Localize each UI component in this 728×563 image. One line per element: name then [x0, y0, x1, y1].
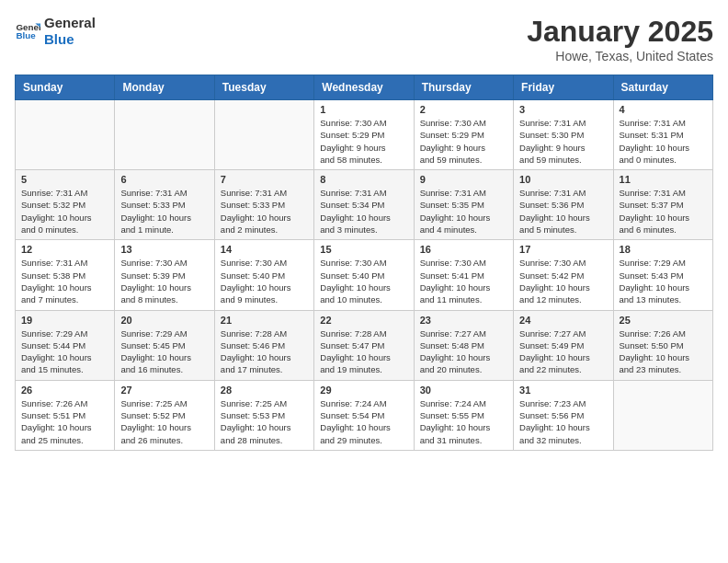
- day-number: 21: [221, 315, 308, 326]
- calendar-cell: 16Sunrise: 7:30 AM Sunset: 5:41 PM Dayli…: [414, 240, 513, 310]
- calendar-cell: [115, 100, 214, 170]
- day-number: 31: [519, 385, 607, 396]
- calendar-cell: 2Sunrise: 7:30 AM Sunset: 5:29 PM Daylig…: [414, 100, 513, 170]
- day-number: 13: [120, 244, 208, 255]
- calendar-cell: 30Sunrise: 7:24 AM Sunset: 5:55 PM Dayli…: [414, 380, 513, 450]
- calendar-cell: 4Sunrise: 7:31 AM Sunset: 5:31 PM Daylig…: [613, 100, 712, 170]
- calendar-cell: 3Sunrise: 7:31 AM Sunset: 5:30 PM Daylig…: [514, 100, 613, 170]
- day-info: Sunrise: 7:29 AM Sunset: 5:43 PM Dayligh…: [620, 257, 707, 305]
- day-info: Sunrise: 7:31 AM Sunset: 5:32 PM Dayligh…: [21, 187, 108, 236]
- weekday-header-wednesday: Wednesday: [314, 75, 414, 100]
- calendar-cell: 20Sunrise: 7:29 AM Sunset: 5:45 PM Dayli…: [115, 310, 214, 380]
- title-block: January 2025 Howe, Texas, United States: [527, 15, 713, 63]
- day-number: 1: [320, 104, 407, 115]
- day-info: Sunrise: 7:29 AM Sunset: 5:45 PM Dayligh…: [120, 327, 208, 376]
- calendar-cell: 13Sunrise: 7:30 AM Sunset: 5:39 PM Dayli…: [115, 240, 214, 310]
- location: Howe, Texas, United States: [527, 49, 713, 63]
- calendar-cell: 17Sunrise: 7:30 AM Sunset: 5:42 PM Dayli…: [514, 240, 613, 310]
- day-info: Sunrise: 7:29 AM Sunset: 5:44 PM Dayligh…: [21, 327, 108, 376]
- day-info: Sunrise: 7:31 AM Sunset: 5:38 PM Dayligh…: [21, 257, 108, 305]
- calendar-cell: 27Sunrise: 7:25 AM Sunset: 5:52 PM Dayli…: [115, 380, 214, 450]
- day-info: Sunrise: 7:31 AM Sunset: 5:33 PM Dayligh…: [120, 187, 208, 236]
- day-info: Sunrise: 7:30 AM Sunset: 5:42 PM Dayligh…: [519, 257, 607, 305]
- day-number: 8: [320, 174, 407, 185]
- day-number: 20: [120, 315, 208, 326]
- day-info: Sunrise: 7:28 AM Sunset: 5:47 PM Dayligh…: [320, 327, 407, 376]
- weekday-header-friday: Friday: [514, 75, 613, 100]
- logo: General Blue General Blue: [15, 15, 96, 48]
- calendar-cell: 29Sunrise: 7:24 AM Sunset: 5:54 PM Dayli…: [314, 380, 414, 450]
- day-info: Sunrise: 7:31 AM Sunset: 5:36 PM Dayligh…: [519, 187, 607, 236]
- day-info: Sunrise: 7:31 AM Sunset: 5:35 PM Dayligh…: [420, 187, 507, 236]
- calendar-cell: [214, 100, 313, 170]
- day-info: Sunrise: 7:26 AM Sunset: 5:51 PM Dayligh…: [21, 397, 108, 446]
- week-row-2: 5Sunrise: 7:31 AM Sunset: 5:32 PM Daylig…: [16, 170, 713, 240]
- day-number: 4: [620, 104, 707, 115]
- day-info: Sunrise: 7:30 AM Sunset: 5:29 PM Dayligh…: [420, 117, 507, 166]
- calendar-cell: 6Sunrise: 7:31 AM Sunset: 5:33 PM Daylig…: [115, 170, 214, 240]
- day-info: Sunrise: 7:25 AM Sunset: 5:52 PM Dayligh…: [120, 397, 208, 446]
- day-number: 29: [320, 385, 407, 396]
- calendar-cell: 31Sunrise: 7:23 AM Sunset: 5:56 PM Dayli…: [514, 380, 613, 450]
- logo-general: General: [44, 15, 96, 31]
- calendar-cell: 21Sunrise: 7:28 AM Sunset: 5:46 PM Dayli…: [214, 310, 313, 380]
- day-info: Sunrise: 7:24 AM Sunset: 5:55 PM Dayligh…: [420, 397, 507, 446]
- day-number: 10: [519, 174, 607, 185]
- calendar-cell: 1Sunrise: 7:30 AM Sunset: 5:29 PM Daylig…: [314, 100, 414, 170]
- day-info: Sunrise: 7:30 AM Sunset: 5:41 PM Dayligh…: [420, 257, 507, 305]
- day-number: 6: [120, 174, 208, 185]
- week-row-4: 19Sunrise: 7:29 AM Sunset: 5:44 PM Dayli…: [16, 310, 713, 380]
- day-number: 2: [420, 104, 507, 115]
- day-number: 16: [420, 244, 507, 255]
- calendar-cell: 12Sunrise: 7:31 AM Sunset: 5:38 PM Dayli…: [16, 240, 115, 310]
- day-info: Sunrise: 7:31 AM Sunset: 5:37 PM Dayligh…: [620, 187, 707, 236]
- day-info: Sunrise: 7:27 AM Sunset: 5:49 PM Dayligh…: [519, 327, 607, 376]
- week-row-3: 12Sunrise: 7:31 AM Sunset: 5:38 PM Dayli…: [16, 240, 713, 310]
- day-number: 27: [120, 385, 208, 396]
- calendar-cell: 11Sunrise: 7:31 AM Sunset: 5:37 PM Dayli…: [613, 170, 712, 240]
- day-info: Sunrise: 7:31 AM Sunset: 5:30 PM Dayligh…: [519, 117, 607, 166]
- day-info: Sunrise: 7:27 AM Sunset: 5:48 PM Dayligh…: [420, 327, 507, 376]
- svg-text:Blue: Blue: [16, 30, 36, 40]
- weekday-header-monday: Monday: [115, 75, 214, 100]
- weekday-header-sunday: Sunday: [16, 75, 115, 100]
- day-info: Sunrise: 7:31 AM Sunset: 5:34 PM Dayligh…: [320, 187, 407, 236]
- day-info: Sunrise: 7:23 AM Sunset: 5:56 PM Dayligh…: [519, 397, 607, 446]
- calendar-table: SundayMondayTuesdayWednesdayThursdayFrid…: [15, 75, 713, 451]
- logo-blue: Blue: [44, 31, 96, 48]
- calendar-cell: 18Sunrise: 7:29 AM Sunset: 5:43 PM Dayli…: [613, 240, 712, 310]
- calendar-cell: 10Sunrise: 7:31 AM Sunset: 5:36 PM Dayli…: [514, 170, 613, 240]
- calendar-cell: 28Sunrise: 7:25 AM Sunset: 5:53 PM Dayli…: [214, 380, 313, 450]
- day-info: Sunrise: 7:26 AM Sunset: 5:50 PM Dayligh…: [620, 327, 707, 376]
- day-number: 19: [21, 315, 108, 326]
- weekday-header-row: SundayMondayTuesdayWednesdayThursdayFrid…: [16, 75, 713, 100]
- calendar-cell: 19Sunrise: 7:29 AM Sunset: 5:44 PM Dayli…: [16, 310, 115, 380]
- day-number: 26: [21, 385, 108, 396]
- calendar-cell: 5Sunrise: 7:31 AM Sunset: 5:32 PM Daylig…: [16, 170, 115, 240]
- day-info: Sunrise: 7:24 AM Sunset: 5:54 PM Dayligh…: [320, 397, 407, 446]
- calendar-cell: [613, 380, 712, 450]
- day-info: Sunrise: 7:31 AM Sunset: 5:33 PM Dayligh…: [221, 187, 308, 236]
- calendar-cell: 14Sunrise: 7:30 AM Sunset: 5:40 PM Dayli…: [214, 240, 313, 310]
- calendar-cell: 15Sunrise: 7:30 AM Sunset: 5:40 PM Dayli…: [314, 240, 414, 310]
- day-number: 23: [420, 315, 507, 326]
- day-number: 7: [221, 174, 308, 185]
- weekday-header-saturday: Saturday: [613, 75, 712, 100]
- day-info: Sunrise: 7:30 AM Sunset: 5:39 PM Dayligh…: [120, 257, 208, 305]
- day-number: 17: [519, 244, 607, 255]
- day-number: 5: [21, 174, 108, 185]
- calendar-cell: 26Sunrise: 7:26 AM Sunset: 5:51 PM Dayli…: [16, 380, 115, 450]
- calendar-cell: 24Sunrise: 7:27 AM Sunset: 5:49 PM Dayli…: [514, 310, 613, 380]
- logo-icon: General Blue: [15, 18, 40, 44]
- week-row-5: 26Sunrise: 7:26 AM Sunset: 5:51 PM Dayli…: [16, 380, 713, 450]
- day-number: 25: [620, 315, 707, 326]
- day-number: 22: [320, 315, 407, 326]
- day-number: 18: [620, 244, 707, 255]
- day-info: Sunrise: 7:30 AM Sunset: 5:29 PM Dayligh…: [320, 117, 407, 166]
- calendar-cell: 7Sunrise: 7:31 AM Sunset: 5:33 PM Daylig…: [214, 170, 313, 240]
- day-info: Sunrise: 7:28 AM Sunset: 5:46 PM Dayligh…: [221, 327, 308, 376]
- month-title: January 2025: [527, 15, 713, 49]
- calendar-cell: 8Sunrise: 7:31 AM Sunset: 5:34 PM Daylig…: [314, 170, 414, 240]
- calendar-cell: 22Sunrise: 7:28 AM Sunset: 5:47 PM Dayli…: [314, 310, 414, 380]
- calendar-cell: [16, 100, 115, 170]
